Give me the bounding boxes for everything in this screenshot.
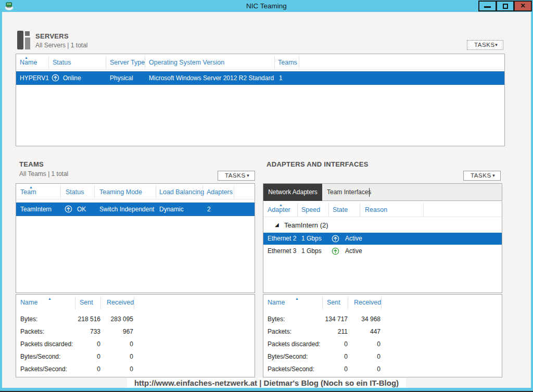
status-up-icon [332,235,339,245]
adapters-table-header: ▲ Adapter Speed State Reason [263,201,502,217]
stat-sent: 0 [63,353,100,360]
adapter-speed: 1 Gbps [301,233,322,245]
servers-table: ▲ Name Status Server Type Operating Syst… [16,54,505,146]
stat-sent: 134 717 [310,315,348,323]
server-os-version: Microsoft Windows Server 2012 R2 Standar… [149,71,274,85]
window-title: NIC Teaming [0,0,533,12]
stats-row-packets-discarded: Packets discarded: 0 0 [16,339,255,350]
stat-sent: 0 [310,365,348,373]
adapters-col-reason[interactable]: Reason [365,206,387,213]
column-separator [94,185,95,198]
teams-table-header: ▲ Team Status Teaming Mode Load Balancin… [16,184,255,199]
stat-received: 967 [101,328,133,335]
adapters-tasks-button[interactable]: TASKS ▼ [463,171,501,181]
adapters-stats-col-sent[interactable]: Sent [327,299,340,306]
stat-sent: 0 [63,365,100,373]
servers-col-server-type[interactable]: Server Type [110,59,145,66]
dropdown-icon: ▼ [491,172,496,180]
adapter-state: Active [345,245,362,257]
servers-table-header: ▲ Name Status Server Type Operating Syst… [16,54,504,70]
stats-row-bytes-second: Bytes/Second: 0 0 [263,352,502,362]
stat-label: Bytes/Second: [20,353,60,360]
adapter-row-ethernet2[interactable]: Ethernet 2 1 Gbps Active [263,233,502,245]
nic-teaming-window: NIC Teaming ✕ SERVERS All Servers | 1 to… [0,0,533,392]
stat-label: Packets/Second: [20,365,67,373]
stats-row-packets-second: Packets/Second: 0 0 [16,364,255,375]
server-row-hyperv1[interactable]: HYPERV1 Online Physical Microsoft Window… [16,71,504,85]
column-separator [48,56,49,69]
column-separator [381,297,382,309]
teams-title: TEAMS [19,160,44,168]
minimize-button[interactable] [478,1,497,11]
dropdown-icon: ▼ [246,172,250,180]
column-separator [297,203,298,216]
stat-label: Packets/Second: [268,365,314,373]
title-bar: NIC Teaming ✕ [0,0,533,12]
adapters-stats-col-received[interactable]: Received [354,299,381,306]
servers-tasks-button[interactable]: TASKS ▼ [467,40,503,50]
column-separator [328,203,329,216]
stat-sent: 0 [310,353,348,360]
close-icon: ✕ [515,2,531,10]
adapters-col-state[interactable]: State [333,206,348,213]
stat-received: 0 [101,353,133,360]
teams-col-team[interactable]: Team [20,188,36,196]
column-separator [274,56,275,69]
column-separator [75,297,75,309]
teams-stats-col-name[interactable]: Name [20,299,37,306]
column-separator [134,297,134,309]
sort-asc-icon: ▲ [295,297,299,300]
teams-stats-col-sent[interactable]: Sent [80,299,93,306]
team-row-teamintern[interactable]: TeamIntern OK Switch Independent Dynamic… [16,203,255,216]
footer-text: http://www.einfaches-netzwerk.at | Dietm… [127,378,406,388]
stat-received: 0 [101,365,133,373]
stat-label: Packets: [268,328,291,335]
servers-col-name[interactable]: Name [20,59,37,66]
stat-received: 0 [348,340,380,348]
adapters-col-speed[interactable]: Speed [301,206,320,213]
adapter-name: Ethernet 3 [268,245,296,257]
teams-col-load-balancing[interactable]: Load Balancing [159,188,204,196]
stats-row-bytes: Bytes: 134 717 34 968 [263,314,502,325]
teams-stats-col-received[interactable]: Received [107,299,134,306]
teams-col-adapters[interactable]: Adapters [207,188,233,196]
sort-asc-icon: ▲ [48,297,52,300]
column-separator [100,297,101,309]
adapter-group-label: TeamIntern (2) [284,221,328,229]
adapters-title: ADAPTERS AND INTERFACES [266,160,369,168]
tab-team-interfaces[interactable]: Team Interfaces [327,184,371,201]
servers-col-teams[interactable]: Teams [278,59,297,66]
stat-received: 0 [101,340,133,348]
adapters-stats-col-name[interactable]: Name [268,299,285,306]
column-separator [145,56,145,69]
stats-row-packets: Packets: 211 447 [263,327,502,337]
expander-icon[interactable]: ◢ [275,222,279,227]
stat-received: 34 968 [348,315,380,323]
maximize-button[interactable] [496,1,514,11]
stat-received: 283 095 [101,315,133,323]
teams-tasks-button[interactable]: TASKS ▼ [218,171,255,181]
server-status: Online [63,71,81,85]
adapter-row-ethernet3[interactable]: Ethernet 3 1 Gbps Active [263,245,502,257]
adapters-tasks-label: TASKS [471,172,491,179]
servers-icon [17,31,31,52]
servers-tasks-label: TASKS [474,42,495,48]
teams-col-teaming-mode[interactable]: Teaming Mode [99,188,142,196]
stats-row-bytes: Bytes: 218 516 283 095 [16,314,255,325]
servers-col-status[interactable]: Status [53,59,71,66]
column-separator [202,185,203,198]
adapters-col-adapter[interactable]: Adapter [268,206,290,213]
footer-bar: http://www.einfaches-netzwerk.at | Dietm… [2,378,531,388]
adapter-group-teamintern[interactable]: ◢ TeamIntern (2) [263,219,502,232]
tab-network-adapters[interactable]: Network Adapters [263,184,322,201]
team-status: OK [77,203,86,216]
teams-col-status[interactable]: Status [66,188,84,196]
status-up-icon [52,74,59,84]
servers-title: SERVERS [35,32,69,40]
column-separator [156,185,156,198]
servers-col-os-version[interactable]: Operating System Version [149,59,224,66]
close-button[interactable]: ✕ [514,1,532,11]
column-separator [106,56,106,69]
teams-statistics-table: ▲ Name Sent Received Bytes: 218 516 283 … [16,294,255,377]
text-caret [369,188,370,197]
